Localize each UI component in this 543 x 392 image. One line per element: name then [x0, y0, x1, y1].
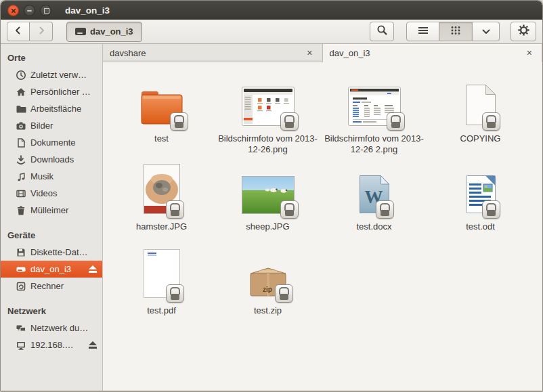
sidebar-item-dav-on-i3[interactable]: dav_on_i3	[1, 261, 102, 278]
window-body: Orte Zuletzt verw… Persönlicher … Arbeit…	[1, 44, 542, 391]
view-options-button[interactable]	[473, 22, 500, 41]
sidebar-item-label: Downloads	[30, 154, 74, 165]
list-view-icon	[418, 26, 429, 38]
sidebar: Orte Zuletzt verw… Persönlicher … Arbeit…	[1, 44, 103, 391]
tab-close-icon[interactable]: ×	[524, 47, 535, 59]
file-item-test-zip[interactable]: zip test.zip	[215, 240, 321, 324]
sidebar-item-label: Zuletzt verw…	[30, 70, 87, 80]
navigation-buttons	[7, 22, 53, 41]
sidebar-item-recent[interactable]: Zuletzt verw…	[1, 66, 102, 83]
lock-emblem-icon	[275, 284, 293, 303]
sidebar-section-network: Netzwerk Netzwerk du… 192.168.…	[1, 303, 102, 353]
download-icon	[16, 154, 26, 165]
file-name: test.odt	[466, 221, 495, 232]
sidebar-item-remote-server[interactable]: 192.168.…	[1, 336, 102, 353]
tab-bar: davshare × dav_on_i3 ×	[103, 44, 542, 62]
floppy-icon	[16, 247, 26, 258]
sidebar-item-label: Netzwerk du…	[30, 323, 88, 333]
eject-button[interactable]	[89, 341, 97, 349]
sidebar-item-label: Videos	[30, 188, 58, 198]
file-item-copying[interactable]: COPYING	[427, 68, 534, 152]
titlebar[interactable]: dav_on_i3	[1, 1, 542, 20]
sidebar-item-label: Rechner	[30, 281, 64, 291]
file-name: test.pdf	[147, 305, 176, 316]
sidebar-item-label: Persönlicher …	[30, 87, 91, 97]
file-name: sheep.JPG	[246, 221, 289, 232]
sidebar-item-documents[interactable]: Dokumente	[1, 134, 102, 151]
file-name: Bildschirmfoto vom 2013-12-26 2.png	[324, 133, 425, 156]
file-item-test[interactable]: test	[108, 68, 215, 152]
lock-emblem-icon	[376, 200, 394, 219]
lock-emblem-icon	[387, 112, 405, 131]
settings-button[interactable]	[511, 22, 536, 41]
file-manager-window: dav_on_i3 dav_on_i3	[0, 0, 543, 392]
sidebar-item-desktop[interactable]: Arbeitsfläche	[1, 100, 102, 117]
path-button[interactable]: dav_on_i3	[66, 22, 142, 42]
lock-emblem-icon	[482, 112, 500, 131]
tab-close-icon[interactable]: ×	[304, 47, 315, 59]
tab-dav-on-i3[interactable]: dav_on_i3 ×	[323, 44, 543, 62]
sidebar-item-label: Dokumente	[30, 137, 75, 148]
file-name: test.docx	[356, 221, 391, 232]
sidebar-item-home[interactable]: Persönlicher …	[1, 83, 102, 100]
lock-emblem-icon	[280, 112, 299, 131]
sidebar-item-label: Mülleimer	[30, 205, 68, 215]
home-icon	[16, 87, 26, 97]
drive-icon	[75, 28, 86, 35]
file-item-hamster[interactable]: hamster.JPG	[108, 156, 215, 240]
sidebar-item-music[interactable]: Musik	[1, 168, 102, 185]
sidebar-item-floppy[interactable]: Diskette-Dat…	[1, 244, 102, 261]
file-item-bildschirmfoto-2[interactable]: Bildschirmfoto vom 2013-12-26 2.png	[321, 68, 427, 156]
window-title: dav_on_i3	[65, 5, 110, 16]
view-toggle-group	[406, 22, 500, 41]
sidebar-item-pictures[interactable]: Bilder	[1, 117, 102, 134]
tab-davshare[interactable]: davshare ×	[103, 44, 323, 62]
file-item-sheep[interactable]: sheep.JPG	[215, 156, 321, 240]
computer-icon	[16, 281, 26, 292]
file-item-test-pdf[interactable]: test.pdf	[108, 240, 215, 324]
sidebar-item-label: Diskette-Dat…	[30, 247, 88, 257]
back-button[interactable]	[7, 22, 30, 41]
search-button[interactable]	[370, 22, 394, 41]
desktop-folder-icon	[16, 104, 26, 114]
sidebar-item-trash[interactable]: Mülleimer	[1, 202, 102, 219]
music-icon	[16, 171, 26, 182]
eject-button[interactable]	[89, 265, 97, 273]
sidebar-item-browse-network[interactable]: Netzwerk du…	[1, 320, 102, 336]
grid-view-button[interactable]	[439, 22, 473, 41]
file-view[interactable]: test Bildschirmfoto vom 2013-12-26.png	[103, 62, 542, 391]
file-name: test	[154, 133, 169, 144]
sidebar-section-devices: Geräte Diskette-Dat… dav_on_i3 Rechner	[1, 227, 102, 295]
sidebar-item-videos[interactable]: Videos	[1, 185, 102, 202]
chevron-down-icon	[481, 26, 491, 38]
sidebar-item-downloads[interactable]: Downloads	[1, 151, 102, 168]
search-icon	[376, 24, 388, 39]
file-name: hamster.JPG	[136, 221, 187, 232]
lock-emblem-icon	[166, 200, 184, 219]
list-view-button[interactable]	[406, 22, 439, 41]
forward-button[interactable]	[30, 22, 53, 41]
section-heading: Netzwerk	[1, 303, 102, 320]
maximize-icon[interactable]	[40, 5, 51, 16]
gear-icon	[517, 24, 530, 39]
path-button-label: dav_on_i3	[90, 26, 133, 37]
network-icon	[16, 323, 26, 334]
section-heading: Orte	[1, 49, 102, 66]
sidebar-item-label: Arbeitsfläche	[30, 104, 81, 114]
sidebar-item-label: 192.168.…	[30, 340, 74, 350]
camera-icon	[16, 121, 26, 131]
back-icon	[14, 26, 23, 38]
file-name: COPYING	[460, 133, 501, 144]
file-item-bildschirmfoto-1[interactable]: Bildschirmfoto vom 2013-12-26.png	[215, 68, 321, 156]
toolbar: dav_on_i3	[1, 20, 542, 44]
document-icon	[16, 137, 26, 148]
toolbar-right	[370, 22, 536, 41]
lock-emblem-icon	[166, 284, 184, 303]
file-name: Bildschirmfoto vom 2013-12-26.png	[217, 133, 319, 156]
minimize-icon[interactable]	[24, 5, 35, 16]
file-item-test-odt[interactable]: test.odt	[427, 156, 534, 240]
sidebar-item-computer[interactable]: Rechner	[1, 278, 102, 295]
window-controls	[7, 5, 51, 16]
close-icon[interactable]	[7, 5, 19, 16]
file-item-test-docx[interactable]: W test.docx	[321, 156, 427, 240]
